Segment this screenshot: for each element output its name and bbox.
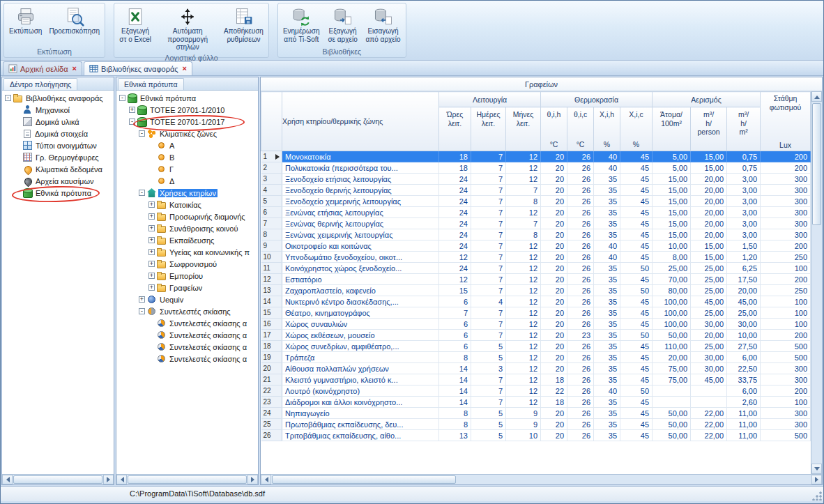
table-row[interactable]: 3Ξενοδοχείο ετήσιας λειτουργίας247122026… [261,174,811,185]
cell-value[interactable]: 7 [471,240,506,252]
tree-expander-icon[interactable]: + [148,261,155,267]
button-printer[interactable]: Εκτύπωση [6,5,45,38]
cell-value[interactable]: 300 [761,174,811,185]
cell-value[interactable]: 7 [471,229,506,240]
tree-item-label[interactable]: Δομικά υλικά [34,118,81,126]
tree-expander-icon[interactable]: - [139,190,145,196]
cell-value[interactable]: 33,75 [727,374,761,385]
cell-value[interactable]: 45 [620,341,653,352]
tree-expander-icon[interactable]: + [139,296,145,303]
cell-value[interactable]: 20,00 [691,196,727,207]
cell-value[interactable]: 7 [471,162,506,174]
cell-value[interactable]: 45 [620,397,653,408]
tree-item-label[interactable]: Συνάθροισης κοινού [168,224,239,233]
cell-value[interactable]: 2,60 [727,397,761,408]
tree-expander-icon[interactable]: + [148,201,155,208]
cell-value[interactable]: 100 [761,296,811,307]
cell-value[interactable]: 12 [506,151,541,162]
cell-value[interactable]: 26 [567,151,594,162]
cell-value[interactable]: 8 [506,196,541,207]
cell-value[interactable]: 15,00 [653,174,691,185]
cell-value[interactable]: 7 [471,218,506,229]
standards-tree-item[interactable]: +Σωφρονισμού [116,258,258,270]
cell-value[interactable]: 15,00 [691,151,727,162]
cell-value[interactable]: 45 [620,374,653,385]
cell-building-use[interactable]: Ξενοδοχείο θερινής λειτουργίας [282,185,439,196]
cell-value[interactable]: 20,00 [653,352,691,363]
column-header[interactable]: m³/ h/ person [691,107,727,151]
column-header[interactable]: m³/ h/ m² [727,107,761,151]
cell-value[interactable]: 20 [541,363,567,374]
standards-tree-item[interactable]: +Υγείας και κοινωνικής π [116,246,258,258]
cell-value[interactable]: 45,00 [691,296,727,307]
cell-value[interactable]: 26 [567,218,594,229]
column-header[interactable]: θ,i,h°C [541,107,567,151]
cell-value[interactable]: 45 [620,252,653,263]
tree-item-label[interactable]: ΤΟΤΕΕ 20701-1/2010 [148,106,226,114]
cell-value[interactable]: 7 [471,285,506,296]
scroll-right-button[interactable] [811,475,822,484]
table-row[interactable]: 2Πολυκατοικία (περισσότερα του...1871220… [261,162,811,174]
cell-value[interactable]: 300 [761,207,811,218]
cell-value[interactable]: 20 [541,162,567,174]
cell-value[interactable]: 35 [594,363,620,374]
button-excel-export[interactable]: Εξαγωγή στ ο Excel [116,5,154,45]
cell-value[interactable]: 70,00 [653,274,691,285]
navigation-tree-item[interactable]: Δομικά στοιχεία [2,128,114,139]
cell-value[interactable]: 7 [471,397,506,408]
tree-item-label[interactable]: Uequiv [158,296,185,304]
cell-value[interactable]: 7 [506,218,541,229]
cell-value[interactable]: 200 [761,240,811,252]
standards-tree-item[interactable]: Συντελεστές σκίασης α [116,341,258,353]
tree-item-label[interactable]: Συντελεστές σκίασης α [168,355,248,363]
cell-value[interactable]: 3,00 [727,185,761,196]
cell-value[interactable]: 26 [567,385,594,397]
cell-building-use[interactable]: Αίθουσα πολλαπλών χρήσεων [282,363,439,374]
cell-value[interactable]: 45 [620,352,653,363]
table-row[interactable]: 4Ξενοδοχείο θερινής λειτουργίας247720263… [261,185,811,196]
cell-value[interactable]: 20 [541,229,567,240]
cell-value[interactable]: 20 [541,196,567,207]
cell-value[interactable]: 24 [439,185,471,196]
cell-value[interactable]: 6,00 [727,385,761,397]
cell-value[interactable]: 26 [567,408,594,419]
table-row[interactable]: 11Κοινόχρηστος χώρος ξενοδοχείο...247122… [261,263,811,274]
cell-value[interactable]: 100 [761,263,811,274]
cell-value[interactable]: 6 [439,330,471,341]
cell-value[interactable]: 12 [506,252,541,263]
column-header[interactable]: Ώρες λειτ. [439,107,471,151]
table-row[interactable]: 18Χώρος συνεδρίων, αμφιθέατρο,...6512202… [261,341,811,352]
cell-value[interactable]: 20,00 [691,218,727,229]
cell-value[interactable]: 45 [620,319,653,330]
standards-tree-item[interactable]: -Συντελεστές σκίασης [116,305,258,317]
cell-value[interactable]: 27,50 [727,341,761,352]
cell-value[interactable]: 8 [506,229,541,240]
table-row[interactable]: 1Μονοκατοικία18712202640455,0015,000,752… [261,151,811,162]
cell-value[interactable]: 20,00 [691,207,727,218]
cell-value[interactable]: 35 [594,397,620,408]
tree-item-label[interactable]: Εκπαίδευσης [168,236,215,245]
cell-value[interactable]: 35 [594,296,620,307]
cell-value[interactable]: 1,50 [727,240,761,252]
cell-value[interactable] [691,397,727,408]
navigation-hscrollbar[interactable] [2,474,114,484]
cell-value[interactable]: 35 [594,196,620,207]
standards-tree-item[interactable]: +Προσωρινής διαμονής [116,211,258,222]
cell-value[interactable]: 26 [567,274,594,285]
standards-tree-item[interactable]: Α [116,139,258,151]
cell-value[interactable]: 300 [761,374,811,385]
cell-value[interactable]: 5 [471,430,506,441]
cell-value[interactable]: 7 [471,274,506,285]
cell-building-use[interactable]: Ξενώνας θερινής λειτουργίας [282,218,439,229]
tree-item-label[interactable]: Δομικά στοιχεία [33,130,89,138]
cell-value[interactable]: 20 [541,296,567,307]
cell-value[interactable]: 300 [761,363,811,374]
standards-tree-item[interactable]: Β [116,151,258,163]
cell-value[interactable]: 9 [506,408,541,419]
tree-expander-icon[interactable]: + [148,213,155,220]
cell-value[interactable]: 50,00 [653,430,691,441]
cell-value[interactable]: 3 [471,363,506,374]
cell-value[interactable]: 26 [567,352,594,363]
cell-value[interactable]: 35 [594,330,620,341]
cell-value[interactable]: 24 [439,263,471,274]
